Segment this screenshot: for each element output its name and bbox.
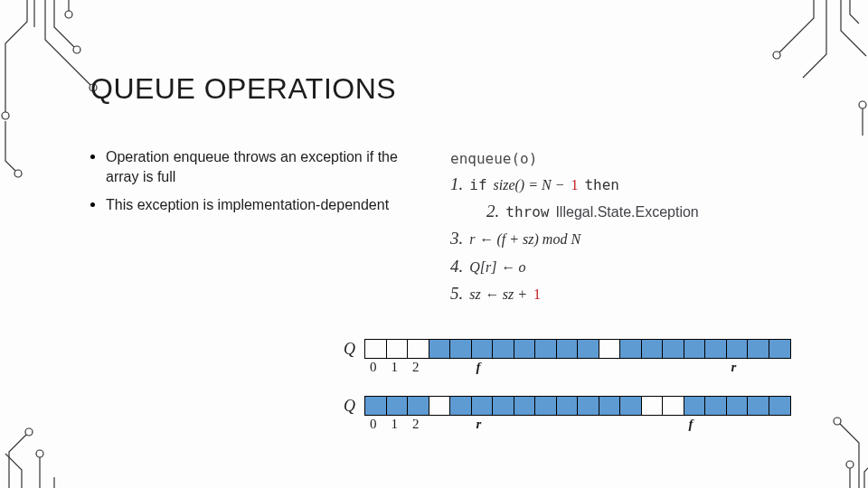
array-cell [387,340,409,358]
index-label: 1 [392,360,399,375]
array-cell [535,397,557,415]
pointer-label: r [476,417,482,432]
array-row [364,339,791,359]
array-cell [535,340,557,358]
slide-title: QUEUE OPERATIONS [90,72,832,106]
array-cell [365,397,387,415]
array-cell [365,340,387,358]
array-cell [748,340,769,358]
bullet-list: Operation enqueue throws an exception if… [90,147,425,308]
array-cell [769,340,791,358]
svg-point-4 [65,11,72,18]
array-cell [408,340,429,358]
index-label: 0 [370,360,377,375]
array-cell [429,397,451,415]
pointer-label: f [476,360,481,375]
array-cell [578,340,599,358]
array-cell [642,340,664,358]
svg-point-9 [846,461,854,468]
array-cell [408,397,429,415]
array-cell [493,397,514,415]
array-cell [620,340,642,358]
array-cell [769,397,791,415]
queue-label: Q [344,397,355,416]
array-cell [514,340,536,358]
svg-point-10 [834,418,841,425]
array-cell [642,397,664,415]
array-cell [450,340,472,358]
index-label: 0 [370,417,377,432]
svg-point-6 [859,101,866,108]
array-cell [727,340,749,358]
array-cell [557,340,579,358]
queue-label: Q [344,340,355,359]
list-item: Operation enqueue throws an exception if… [90,147,425,186]
svg-point-8 [36,450,43,457]
array-cell [705,397,727,415]
pointer-label: f [689,417,693,432]
array-cell [493,340,514,358]
array-cell [557,397,579,415]
array-row [364,396,791,416]
svg-point-5 [773,52,780,59]
array-cell [472,397,494,415]
array-cell [705,340,727,358]
algo-fn: enqueue(o) [450,147,537,171]
array-cell [748,397,769,415]
array-cell [514,397,536,415]
svg-point-1 [14,170,22,177]
array-cell [684,340,706,358]
algorithm-block: enqueue(o) 1.if size() = N − 1 then 2.th… [450,147,832,308]
pointer-label: r [731,360,737,375]
array-cell [663,340,684,358]
array-cell [727,397,749,415]
array-diagrams: Q012frQ012rf [344,339,791,453]
array-cell [663,397,684,415]
svg-point-7 [25,428,33,436]
array-cell [684,397,706,415]
bullet-text: This exception is implementation-depende… [106,195,389,215]
svg-point-0 [2,112,9,119]
array-cell [578,397,599,415]
array-cell [387,397,409,415]
list-item: This exception is implementation-depende… [90,195,425,215]
bullet-text: Operation enqueue throws an exception if… [106,147,425,186]
array-cell [599,340,621,358]
array-cell [429,340,451,358]
array-cell [599,397,621,415]
array-cell [472,340,494,358]
array-cell [620,397,642,415]
array-cell [450,397,472,415]
index-label: 2 [412,360,420,375]
svg-point-3 [73,46,80,53]
index-label: 2 [412,417,420,432]
index-label: 1 [392,417,399,432]
